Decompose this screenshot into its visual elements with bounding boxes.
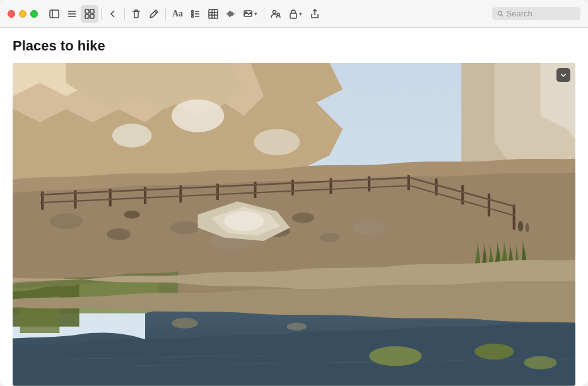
- svg-line-34: [502, 15, 503, 16]
- note-image-container: [13, 63, 575, 386]
- note-title: Places to hike: [13, 38, 575, 54]
- separator-2: [124, 8, 125, 20]
- svg-point-47: [292, 213, 314, 223]
- compose-button[interactable]: [145, 5, 163, 23]
- svg-point-10: [192, 10, 194, 12]
- minimize-button[interactable]: [19, 10, 26, 18]
- svg-point-70: [524, 356, 556, 370]
- svg-point-36: [172, 100, 225, 132]
- svg-point-39: [50, 213, 83, 229]
- svg-point-33: [498, 11, 502, 15]
- svg-rect-8: [90, 15, 94, 18]
- svg-point-12: [192, 13, 194, 15]
- svg-point-74: [525, 223, 529, 233]
- microphone-button[interactable]: [222, 5, 240, 23]
- chevron-down-icon: [560, 72, 567, 78]
- search-icon: [497, 10, 504, 18]
- landscape-image: [13, 63, 575, 386]
- svg-point-40: [107, 228, 131, 240]
- svg-point-46: [124, 211, 140, 219]
- notes-window: Aa: [0, 0, 588, 386]
- checklist-button[interactable]: [187, 5, 204, 23]
- svg-point-45: [353, 221, 385, 235]
- svg-point-41: [170, 221, 199, 235]
- svg-point-30: [273, 10, 276, 13]
- separator-4: [264, 8, 264, 20]
- svg-rect-7: [85, 15, 89, 18]
- svg-rect-5: [85, 9, 89, 13]
- lock-button[interactable]: ▾: [285, 5, 306, 23]
- export-button[interactable]: [306, 5, 324, 23]
- svg-point-71: [172, 318, 198, 329]
- svg-rect-58: [368, 177, 370, 192]
- note-content: Places to hike: [0, 28, 588, 386]
- svg-point-69: [474, 344, 514, 360]
- svg-rect-56: [291, 180, 294, 196]
- svg-point-38: [254, 129, 300, 156]
- maximize-button[interactable]: [30, 10, 38, 18]
- table-button[interactable]: [204, 5, 222, 23]
- separator-1: [101, 8, 102, 20]
- close-button[interactable]: [8, 10, 15, 18]
- traffic-lights: [8, 10, 38, 18]
- svg-point-73: [518, 221, 523, 232]
- svg-rect-63: [513, 205, 515, 230]
- svg-rect-16: [209, 9, 218, 18]
- svg-rect-32: [290, 13, 297, 18]
- svg-point-72: [287, 323, 307, 331]
- list-view-button[interactable]: [63, 5, 81, 23]
- search-box: [492, 7, 580, 20]
- delete-button[interactable]: [127, 5, 145, 23]
- svg-rect-0: [50, 10, 59, 18]
- media-insert-button[interactable]: ▾: [240, 5, 261, 23]
- font-button[interactable]: Aa: [168, 5, 187, 23]
- titlebar: Aa: [0, 0, 588, 28]
- svg-rect-61: [461, 185, 464, 205]
- svg-point-44: [320, 233, 339, 243]
- search-input[interactable]: [507, 9, 575, 18]
- svg-point-48: [224, 211, 264, 231]
- back-button[interactable]: [104, 5, 122, 23]
- svg-point-37: [112, 124, 152, 148]
- svg-line-9: [155, 11, 156, 13]
- svg-rect-62: [488, 194, 490, 217]
- collaboration-button[interactable]: [267, 5, 285, 23]
- svg-point-68: [369, 346, 422, 366]
- image-options-button[interactable]: [556, 68, 570, 82]
- sidebar-toggle-button[interactable]: [45, 5, 63, 23]
- svg-point-14: [192, 15, 194, 17]
- svg-rect-6: [90, 9, 94, 13]
- separator-3: [165, 8, 166, 20]
- grid-view-button[interactable]: [81, 5, 98, 23]
